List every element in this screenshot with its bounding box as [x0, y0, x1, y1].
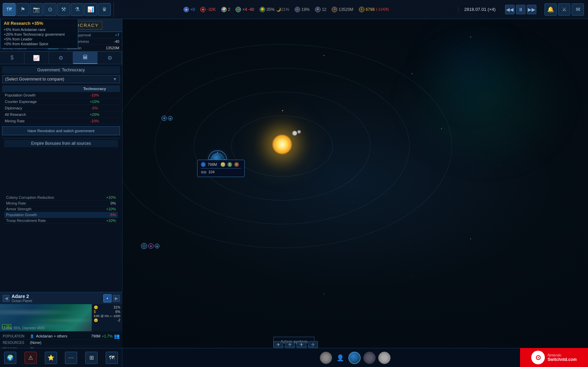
cashflow-icon: ●: [200, 7, 206, 12]
influence-value: +0: [190, 7, 195, 12]
war-weariness-stat: War Weariness -40: [61, 38, 122, 45]
bottom-strip: 👤: [122, 348, 588, 367]
approval-extra: 🌙21%: [276, 7, 289, 12]
ship-icon-1[interactable]: ✈: [285, 341, 295, 348]
approval-icon: 😊: [260, 7, 265, 12]
colonies-value: 12: [322, 7, 326, 12]
planet-next-button[interactable]: ▶: [113, 295, 120, 302]
cash-value: 6798: [366, 7, 375, 12]
empire-stats: Cash 6798 Cashflow -11426 Bonus Income +…: [0, 32, 122, 52]
resource-production: ⚙ 13520M: [332, 7, 353, 12]
resource-bar: ◆ +0 ● -32K 🌍 2 ×4 ×4 -40 😊 35% 🌙21% ⊙ 1…: [114, 7, 459, 12]
notifications-button[interactable]: 🔔: [544, 3, 557, 16]
left-bottom-bar: 🌍 ⚠ ⭐ ⋯ ⊞ 🗺: [0, 348, 122, 367]
colony-approval-stat: Colony Approval +7: [61, 32, 122, 38]
bonus-income-stat: Bonus Income +62086: [0, 45, 61, 51]
cashflow-value: -32K: [207, 7, 215, 12]
resource-cashflow: ● -32K: [200, 7, 215, 12]
bottom-planet-dark[interactable]: [363, 352, 376, 364]
gov-bonus-val-1: +10%: [69, 99, 120, 105]
toolbar-crown-btn[interactable]: ♛: [98, 3, 111, 16]
bonus-row: Armor Strength +10%: [4, 206, 118, 212]
table-header-empty: [2, 85, 69, 92]
resource-planets: 🌍 2: [221, 7, 230, 12]
bottom-star-button[interactable]: ⭐: [45, 352, 57, 364]
tab-finance[interactable]: $: [0, 52, 24, 64]
resource-cash: $ 6798 (-11426): [359, 7, 389, 12]
gov-bonus-label-0: Population Growth: [2, 92, 69, 99]
planet-name: Adare 2: [12, 294, 101, 299]
bottom-planet-gray[interactable]: [320, 352, 332, 364]
revolution-button[interactable]: Have Revolution and switch government: [2, 126, 120, 135]
planet-image: +38 Quality 55%, Diameter 4693: [0, 304, 92, 331]
government-comparison-table: Technocracy Population Growth -10% Count…: [2, 85, 120, 124]
population-row: POPULATION 👤 Ackdarian + others 798M +1.…: [3, 333, 120, 340]
bottom-dots-button[interactable]: ⋯: [65, 352, 77, 364]
planet-quality: Quality 55%, Diameter 4693: [2, 326, 45, 330]
bonuses-title: Empire Bonuses from all sources: [4, 140, 118, 147]
tab-trends[interactable]: 📈: [24, 52, 49, 64]
bottom-person-icon[interactable]: 👤: [335, 352, 346, 363]
resource-amenity: ⊙ 19%: [295, 7, 310, 12]
government-section: Government: Technocracy (Select Governme…: [0, 64, 122, 227]
ship-icon-3[interactable]: ✈: [308, 341, 318, 348]
planet-image-row: +38 Quality 55%, Diameter 4693 😊 31% $ 6…: [0, 304, 122, 331]
toolbar-flag-btn[interactable]: ⚑: [16, 3, 29, 16]
ship-icon-2[interactable]: ✈: [297, 341, 306, 348]
toolbar-wrench-btn[interactable]: ⚒: [57, 3, 70, 16]
planet-info-popup: 👤 798M 😐 🔬 ⚙ ⊞⊞ 104: [197, 160, 245, 177]
planet-prev-button[interactable]: ◀: [3, 295, 10, 302]
government-compare-dropdown[interactable]: (Select Government to compare) ▼: [2, 75, 120, 83]
cash-change: (-11426): [376, 7, 389, 11]
planet-indicator-button[interactable]: ●: [103, 294, 111, 302]
gov-bonus-label-1: Counter Espionage: [2, 99, 69, 105]
nav-tabs: $ 📈 ⚙ 🏛 ⚙: [0, 52, 122, 64]
cash-icon: $: [359, 7, 364, 12]
speed-icon: ×4: [236, 7, 241, 12]
ship-icon-0[interactable]: ✈: [274, 341, 283, 348]
production-value: 13520M: [339, 7, 353, 12]
planets-icon: 🌍: [221, 7, 227, 12]
toolbar-flask-btn[interactable]: ⚗: [71, 3, 84, 16]
popup-unit-count: 104: [208, 170, 214, 174]
gov-bonus-val-0: -10%: [69, 92, 120, 99]
bottom-map-button[interactable]: 🗺: [106, 352, 118, 364]
table-header-technocracy: Technocracy: [69, 85, 120, 92]
bottom-alert-button[interactable]: ⚠: [24, 352, 37, 364]
toolbar-chart-btn[interactable]: 📊: [84, 3, 97, 16]
toolbar-camera-btn[interactable]: 📷: [30, 3, 43, 16]
tab-settings[interactable]: ⚙: [98, 52, 122, 64]
resource-influence: ◆ +0: [184, 7, 195, 12]
gov-bonus-val-2: -5%: [69, 105, 120, 111]
messages-button[interactable]: ✉: [572, 3, 584, 16]
amenity-icon: ⊙: [295, 7, 300, 12]
table-row: Diplomacy -5%: [2, 105, 120, 111]
production-icon: ⚙: [332, 7, 337, 12]
bottom-planet-ocean[interactable]: [348, 352, 361, 364]
table-row: Counter Espionage +10%: [2, 99, 120, 105]
toolbar-map-btn[interactable]: 🗺: [3, 3, 16, 16]
approval-value: 35%: [266, 7, 275, 12]
gov-bonus-label-3: All Research: [2, 111, 69, 118]
compare-placeholder: (Select Government to compare): [5, 77, 64, 82]
diplomacy-button[interactable]: ⚔: [558, 3, 570, 16]
bottom-planet-light[interactable]: [378, 352, 391, 364]
tab-overview[interactable]: ⚙: [49, 52, 73, 64]
bonus-row: Mining Rate 0%: [4, 200, 118, 206]
fast-forward-button[interactable]: ▶▶: [527, 5, 536, 14]
rewind-button[interactable]: ◀◀: [505, 5, 515, 14]
toolbar-help-btn[interactable]: ⊙: [44, 3, 56, 16]
gov-bonus-label-4: Mining Rate: [2, 118, 69, 124]
right-icon-group: 🔔 ⚔ ✉: [540, 3, 588, 16]
planet-header: ◀ Adare 2 Ocean Planet ● ▶: [0, 292, 122, 304]
bottom-globe-button[interactable]: 🌍: [4, 352, 16, 364]
empire-bonuses-section: Empire Bonuses from all sources All Rese…: [2, 138, 120, 225]
gov-bonus-val-4: -10%: [69, 118, 120, 124]
main-space-view[interactable]: [122, 19, 588, 367]
empire-header: ACKDARIAN TECHNOCRACY: [0, 19, 122, 32]
resources-row: RESOURCES (None): [3, 340, 120, 346]
bottom-grid-button[interactable]: ⊞: [85, 352, 98, 364]
tab-government[interactable]: 🏛: [73, 52, 98, 64]
influence-icon: ◆: [184, 7, 189, 12]
pause-button[interactable]: ⏸: [516, 5, 525, 14]
